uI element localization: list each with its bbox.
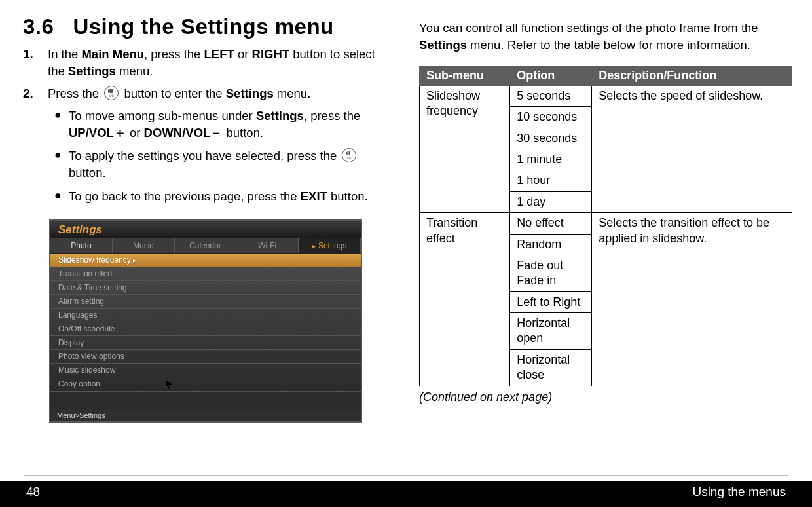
- screenshot-title: Settings: [58, 223, 102, 236]
- table-submenu: Slideshow frequency: [420, 85, 510, 212]
- intro-paragraph: You can control all function settings of…: [419, 20, 792, 54]
- screenshot-row: Music slideshow: [50, 364, 361, 377]
- bullet-2: ●To apply the settings you have selected…: [54, 147, 393, 181]
- settings-table: Sub-menu Option Description/Function Sli…: [419, 66, 792, 386]
- section-heading: 3.6 Using the Settings menu: [23, 14, 393, 39]
- screenshot-tab: Wi-Fi: [236, 238, 299, 253]
- table-option: 1 day: [510, 191, 592, 212]
- play-pause-ok-icon: OK: [342, 148, 356, 162]
- table-option: Left to Right: [510, 291, 592, 312]
- screenshot-tab: Calendar: [175, 238, 237, 253]
- table-option: 10 seconds: [510, 107, 592, 128]
- screenshot-row: Transition effedt: [50, 267, 361, 281]
- screenshot-tab: Photo: [50, 238, 113, 253]
- table-option: Fade out Fade in: [510, 255, 592, 291]
- table-option: 1 minute: [510, 149, 592, 170]
- page-number: 48: [26, 485, 40, 499]
- table-header: Option: [510, 66, 592, 85]
- step-1: 1. In the Main Menu, press the LEFT or R…: [23, 46, 393, 80]
- screenshot-tab: Music: [113, 238, 175, 253]
- screenshot-tab-selected: Settings: [299, 238, 361, 253]
- continued-note: (Continued on next page): [419, 390, 792, 404]
- screenshot-row: Photo view options: [50, 350, 361, 364]
- table-submenu: Transition effect: [420, 213, 510, 386]
- screenshot-row-highlighted: Slideshow frequency: [50, 254, 361, 267]
- table-desc: Selects the speed of slideshow.: [592, 85, 792, 212]
- table-option: Random: [510, 234, 592, 255]
- table-option: Horizontal close: [510, 349, 592, 386]
- page-footer: 48 Using the menus: [0, 477, 812, 507]
- table-header: Sub-menu: [420, 66, 510, 85]
- screenshot-row: Display: [50, 336, 361, 350]
- table-header: Description/Function: [592, 66, 792, 85]
- screenshot-row: On/Off schedule: [50, 322, 361, 336]
- table-desc: Selects the transition effect to be appl…: [592, 213, 792, 386]
- table-option: 5 seconds: [510, 85, 592, 106]
- screenshot-row: Copy option: [50, 377, 361, 392]
- screenshot-row: Date & Time setting: [50, 281, 361, 295]
- table-option: No effect: [510, 213, 592, 234]
- cursor-icon: [166, 380, 172, 389]
- table-option: Horizontal open: [510, 313, 592, 350]
- bullet-1: ●To move among sub-menus under Settings,…: [54, 107, 393, 141]
- screenshot-row: Alarm setting: [50, 295, 361, 309]
- footer-section: Using the menus: [692, 485, 786, 499]
- bullet-3: ●To go back to the previous page, press …: [54, 188, 393, 205]
- table-option: 1 hour: [510, 170, 592, 191]
- screenshot-row: Languages: [50, 309, 361, 322]
- step-2: 2. Press the OK button to enter the Sett…: [23, 85, 393, 212]
- table-option: 30 seconds: [510, 128, 592, 149]
- settings-screenshot: Settings Photo Music Calendar Wi-Fi Sett…: [49, 219, 362, 423]
- screenshot-breadcrumb: Menu>Settings: [50, 409, 361, 421]
- play-pause-ok-icon: OK: [104, 86, 119, 100]
